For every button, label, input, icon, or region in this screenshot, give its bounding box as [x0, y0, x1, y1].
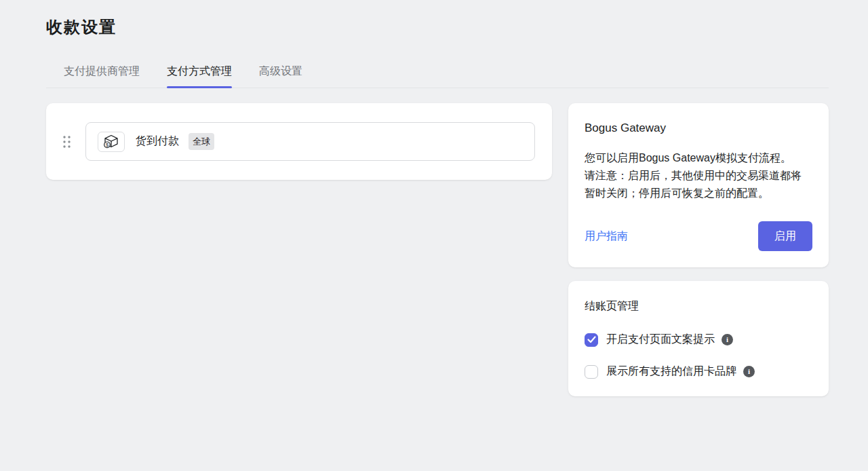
info-icon[interactable] — [722, 334, 733, 345]
cash-on-delivery-package-icon: $ — [98, 132, 125, 152]
bogus-gateway-card: Bogus Gateway 您可以启用Bogus Gateway模拟支付流程。 … — [568, 103, 829, 267]
payment-settings-page: 收款设置 支付提供商管理 支付方式管理 高级设置 — [0, 0, 868, 396]
user-guide-link[interactable]: 用户指南 — [585, 229, 628, 244]
bogus-gateway-title: Bogus Gateway — [585, 119, 812, 137]
drag-handle-icon[interactable] — [62, 135, 71, 149]
option-label: 开启支付页面文案提示 — [606, 333, 715, 347]
payment-method-item[interactable]: $ 货到付款 全球 — [85, 122, 535, 161]
page-title: 收款设置 — [46, 16, 829, 38]
content-area: $ 货到付款 全球 Bogus Gateway 您可以启用Bogus Gatew… — [46, 103, 829, 396]
option-payment-copy-tip: 开启支付页面文案提示 — [585, 333, 812, 347]
checkout-page-card: 结账页管理 开启支付页面文案提示 — [568, 281, 829, 396]
tab-payment-providers[interactable]: 支付提供商管理 — [64, 64, 140, 88]
checkbox-payment-copy-tip[interactable] — [585, 333, 598, 347]
payment-method-name: 货到付款 — [136, 134, 179, 149]
payment-methods-card: $ 货到付款 全球 — [46, 103, 552, 180]
tab-payment-methods[interactable]: 支付方式管理 — [167, 64, 232, 88]
info-icon[interactable] — [743, 366, 755, 377]
checkbox-show-card-brands[interactable] — [585, 365, 598, 379]
payment-method-row: $ 货到付款 全球 — [62, 122, 535, 161]
region-badge: 全球 — [189, 133, 214, 150]
option-label: 展示所有支持的信用卡品牌 — [606, 364, 736, 379]
tab-advanced-settings[interactable]: 高级设置 — [259, 64, 302, 88]
bogus-gateway-footer: 用户指南 启用 — [585, 221, 812, 251]
option-show-card-brands: 展示所有支持的信用卡品牌 — [585, 364, 812, 379]
tab-bar: 支付提供商管理 支付方式管理 高级设置 — [46, 64, 829, 88]
enable-button[interactable]: 启用 — [758, 221, 812, 251]
checkout-page-title: 结账页管理 — [585, 297, 812, 315]
bogus-gateway-description: 您可以启用Bogus Gateway模拟支付流程。 请注意：启用后，其他使用中的… — [585, 149, 812, 202]
right-column: Bogus Gateway 您可以启用Bogus Gateway模拟支付流程。 … — [568, 103, 829, 396]
